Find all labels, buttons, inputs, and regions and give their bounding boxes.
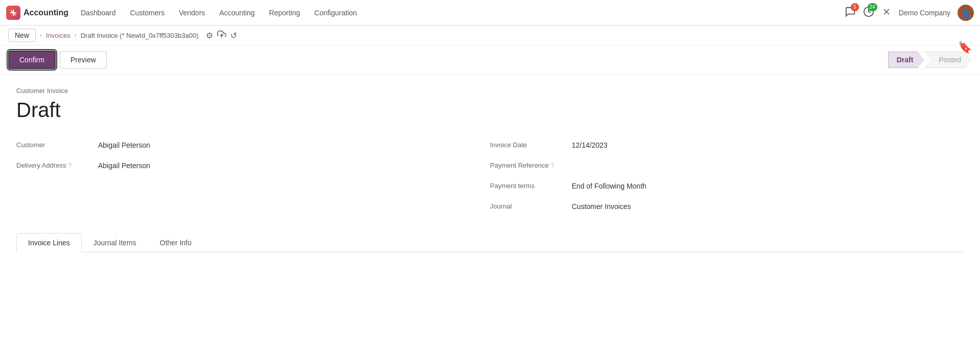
payment-terms-value[interactable]: End of Following Month <box>572 181 944 191</box>
confirm-button[interactable]: Confirm <box>8 51 56 69</box>
nav-accounting[interactable]: Accounting <box>213 6 261 20</box>
company-name[interactable]: Demo Company <box>899 9 950 17</box>
customer-row: Customer Abigail Peterson <box>16 136 470 156</box>
breadcrumb-actions: ⚙ ↺ <box>206 30 237 41</box>
invoice-date-label: Invoice Date <box>490 140 572 149</box>
header-icons: 5 24 Demo Company 👤 <box>845 5 974 21</box>
breadcrumb-bar: New › Invoices › Draft Invoice (* NewId_… <box>0 26 980 45</box>
nav-dashboard[interactable]: Dashboard <box>75 6 122 20</box>
invoice-form: Customer Abigail Peterson Delivery Addre… <box>16 136 964 218</box>
payment-ref-help-icon: ? <box>551 162 554 169</box>
breadcrumb-slash: › <box>40 32 42 39</box>
preview-button[interactable]: Preview <box>60 51 107 68</box>
chat-icon-button[interactable]: 5 <box>845 6 856 19</box>
upload-icon[interactable] <box>217 30 226 41</box>
breadcrumb-current: Draft Invoice (* NewId_0x7ff5303b3a00) <box>81 32 199 39</box>
customer-label: Customer <box>16 140 98 149</box>
main-content: Customer Invoice Draft Customer Abigail … <box>0 75 980 265</box>
nav-reporting[interactable]: Reporting <box>263 6 306 20</box>
bookmark-icon[interactable]: 🔖 <box>958 41 972 54</box>
action-bar: Confirm Preview Draft Posted <box>0 45 980 75</box>
journal-value[interactable]: Customer Invoices <box>572 201 944 212</box>
delivery-address-value[interactable]: Abigail Peterson <box>98 160 470 171</box>
payment-terms-row: Payment terms End of Following Month <box>490 177 944 197</box>
journal-row: Journal Customer Invoices <box>490 197 944 218</box>
invoice-type-label: Customer Invoice <box>16 87 964 95</box>
app-logo[interactable]: Accounting <box>6 6 68 20</box>
status-draft[interactable]: Draft <box>888 52 924 68</box>
nav-vendors[interactable]: Vendors <box>173 6 211 20</box>
tab-invoice-lines[interactable]: Invoice Lines <box>16 233 82 252</box>
nav-configuration[interactable]: Configuration <box>308 6 363 20</box>
clock-badge: 24 <box>868 3 877 11</box>
logo-icon <box>6 6 20 20</box>
invoice-title: Draft <box>16 99 964 122</box>
tab-journal-items[interactable]: Journal Items <box>82 233 148 252</box>
payment-reference-row: Payment Reference ? <box>490 156 944 177</box>
breadcrumb-parent-link[interactable]: Invoices <box>46 32 70 39</box>
customer-value[interactable]: Abigail Peterson <box>98 140 470 150</box>
tabs-bar: Invoice Lines Journal Items Other Info <box>16 233 964 252</box>
close-icon-button[interactable] <box>881 7 892 18</box>
delivery-address-label: Delivery Address ? <box>16 160 98 169</box>
delivery-help-icon: ? <box>68 162 72 169</box>
journal-label: Journal <box>490 201 572 210</box>
clock-icon-button[interactable]: 24 <box>863 6 874 19</box>
form-left-column: Customer Abigail Peterson Delivery Addre… <box>16 136 490 218</box>
invoice-date-value[interactable]: 12/14/2023 <box>572 140 944 150</box>
new-button[interactable]: New <box>8 29 36 42</box>
invoice-date-row: Invoice Date 12/14/2023 <box>490 136 944 156</box>
payment-terms-label: Payment terms <box>490 181 572 190</box>
delivery-address-row: Delivery Address ? Abigail Peterson <box>16 156 470 177</box>
settings-icon[interactable]: ⚙ <box>206 31 213 40</box>
form-right-column: Invoice Date 12/14/2023 Payment Referenc… <box>490 136 964 218</box>
undo-icon[interactable]: ↺ <box>230 31 237 40</box>
nav-customers[interactable]: Customers <box>124 6 171 20</box>
payment-reference-value[interactable] <box>572 160 944 163</box>
tab-other-info[interactable]: Other Info <box>148 233 203 252</box>
payment-reference-label: Payment Reference ? <box>490 160 572 169</box>
brand-label: Accounting <box>23 8 68 17</box>
chat-badge: 5 <box>851 3 859 11</box>
user-avatar[interactable]: 👤 <box>958 5 974 21</box>
top-navigation: Accounting Dashboard Customers Vendors A… <box>0 0 980 26</box>
breadcrumb-separator: › <box>75 32 77 39</box>
